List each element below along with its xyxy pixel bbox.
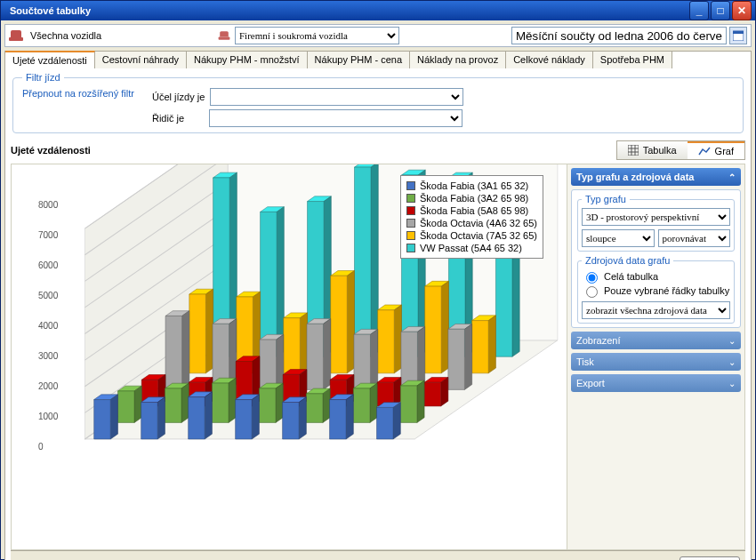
radio-selected-rows-input[interactable] (586, 286, 598, 298)
svg-marker-120 (353, 388, 370, 422)
svg-marker-137 (299, 397, 306, 439)
car-icon (219, 31, 230, 40)
accordion-print[interactable]: Tisk ⌄ (571, 353, 741, 371)
extended-filter-link[interactable]: Přepnout na rozšířený filtr (22, 88, 134, 127)
chart-type-legend: Typ grafu (582, 194, 630, 204)
close-button[interactable]: Zavřít (680, 556, 740, 560)
radio-selected-rows[interactable]: Pouze vybrané řádky tabulky (582, 284, 730, 298)
chart-compare-select[interactable]: porovnávat (658, 229, 731, 247)
driver-label: Řidič je (152, 113, 184, 124)
svg-marker-102 (424, 382, 441, 406)
close-window-button[interactable]: ✕ (732, 1, 752, 20)
tab-4[interactable]: Náklady na provoz (410, 52, 506, 68)
svg-marker-71 (323, 319, 330, 390)
vehicle-scope-selector[interactable]: Všechna vozidla (9, 30, 213, 41)
svg-marker-117 (306, 394, 323, 423)
svg-marker-62 (182, 311, 189, 390)
section-header-row: Ujeté vzdálenosti Tabulka Graf (11, 140, 745, 160)
svg-marker-72 (307, 324, 324, 389)
svg-marker-107 (181, 383, 189, 422)
legend-item: Škoda Octavia (4A6 32 65) (406, 217, 537, 229)
accordion-display-label: Zobrazení (576, 335, 621, 346)
chart-projection-select[interactable]: 3D - prostorový perspektivní (582, 208, 730, 226)
driver-select[interactable] (209, 109, 462, 127)
svg-marker-119 (370, 383, 377, 422)
accordion-export-label: Export (576, 378, 605, 388)
svg-marker-51 (331, 276, 348, 373)
chart-pane: 800070006000500040003000200010000 Škoda … (12, 164, 561, 549)
chevron-down-icon: ⌄ (728, 379, 736, 388)
svg-marker-114 (259, 388, 276, 422)
accordion-export[interactable]: Export ⌄ (571, 374, 741, 392)
legend-item: Škoda Fabia (3A2 65 98) (406, 192, 537, 204)
view-switcher: Tabulka Graf (616, 140, 745, 160)
svg-marker-134 (252, 395, 259, 439)
source-show-select[interactable]: zobrazit všechna zdrojová data (582, 301, 730, 319)
minimize-button[interactable]: _ (689, 1, 709, 20)
radio-whole-table-label: Celá tabulka (604, 271, 658, 282)
legend-item: VW Passat (5A4 65 32) (406, 242, 537, 254)
accordion-type-data[interactable]: Typ grafu a zdrojová data ⌃ (571, 168, 741, 186)
svg-marker-53 (394, 305, 401, 373)
car-icon (9, 30, 23, 41)
svg-marker-141 (330, 400, 347, 439)
radio-whole-table[interactable]: Celá tabulka (582, 269, 730, 284)
section-title: Ujeté vzdálenosti (11, 145, 91, 156)
svg-marker-48 (284, 318, 301, 373)
dialog-footer: Zavřít (11, 550, 745, 560)
legend-item: Škoda Octavia (7A5 32 65) (406, 229, 537, 242)
radio-whole-table-input[interactable] (586, 272, 598, 284)
svg-marker-108 (165, 388, 181, 422)
svg-rect-1 (733, 31, 744, 34)
svg-marker-126 (94, 400, 111, 439)
svg-marker-111 (212, 383, 229, 422)
chart-shape-select[interactable]: sloupce (582, 229, 655, 247)
tab-5[interactable]: Celkové náklady (506, 52, 593, 68)
tab-6[interactable]: Spotřeba PHM (593, 52, 672, 68)
svg-marker-138 (283, 403, 300, 439)
tab-1[interactable]: Cestovní náhrady (95, 52, 187, 68)
chevron-down-icon: ⌄ (728, 336, 736, 346)
tab-0[interactable]: Ujeté vzdálenosti (5, 51, 95, 68)
svg-rect-2 (628, 145, 639, 156)
svg-marker-60 (472, 321, 489, 373)
svg-marker-122 (417, 380, 424, 422)
svg-marker-105 (117, 391, 134, 423)
svg-marker-116 (323, 388, 330, 422)
chart-legend: Škoda Fabia (3A1 65 32)Škoda Fabia (3A2 … (400, 175, 543, 259)
tab-2[interactable]: Nákupy PHM - množství (187, 52, 308, 68)
svg-marker-68 (277, 334, 284, 389)
source-data-legend: Zdrojová data grafu (582, 255, 673, 266)
maximize-button[interactable]: □ (711, 1, 730, 20)
chevron-down-icon: ⌄ (728, 357, 736, 367)
trip-purpose-select[interactable] (210, 88, 463, 106)
accordion-display[interactable]: Zobrazení ⌄ (571, 332, 741, 349)
period-input[interactable] (511, 27, 727, 44)
svg-marker-50 (347, 271, 354, 373)
view-tab-table[interactable]: Tabulka (617, 141, 688, 159)
trip-filter-group: Filtr jízd Přepnout na rozšířený filtr Ú… (12, 72, 744, 133)
calendar-icon[interactable] (729, 27, 747, 44)
vehicle-scope-label: Všechna vozidla (27, 30, 105, 41)
side-panel: Typ grafu a zdrojová data ⌃ Typ grafu 3D… (567, 164, 744, 549)
svg-marker-74 (370, 329, 377, 389)
svg-marker-23 (277, 207, 284, 357)
svg-marker-123 (400, 386, 417, 422)
vehicle-filter-select[interactable]: Firemní i soukromá vozidla (235, 27, 399, 44)
svg-marker-54 (378, 310, 395, 373)
content-area: Ujeté vzdálenostiCestovní náhradyNákupy … (4, 51, 752, 560)
svg-marker-30 (355, 167, 372, 356)
svg-marker-80 (464, 324, 471, 390)
svg-marker-104 (134, 386, 141, 422)
tab-3[interactable]: Nákupy PHM - cena (308, 52, 410, 68)
view-tab-graph-label: Graf (715, 146, 734, 156)
svg-marker-128 (157, 397, 165, 439)
svg-marker-125 (110, 395, 117, 439)
trip-purpose-label: Účel jízdy je (152, 92, 205, 102)
period-selector (511, 27, 747, 44)
view-tab-graph[interactable]: Graf (688, 141, 744, 159)
svg-marker-144 (377, 407, 394, 439)
svg-marker-110 (229, 378, 236, 422)
title-bar: Součtové tabulky _ □ ✕ (1, 1, 755, 20)
svg-marker-75 (354, 334, 371, 389)
